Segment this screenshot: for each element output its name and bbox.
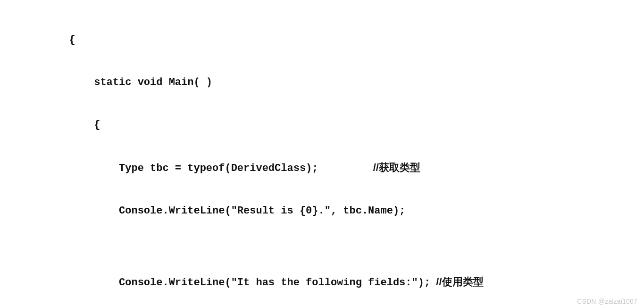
code-line-with-comment: Console.WriteLine("It has the following …	[57, 275, 644, 290]
code-block: { static void Main( ) { Type tbc = typeo…	[57, 5, 644, 307]
code-line: {	[57, 33, 644, 47]
code-line: static void Main( )	[57, 76, 644, 90]
code-text: Type tbc = typeof(DerivedClass);	[57, 162, 318, 174]
code-comment: //获取类型	[318, 161, 420, 175]
page: { static void Main( ) { Type tbc = typeo…	[0, 0, 644, 307]
watermark: CSDN @zaizai1007	[577, 298, 637, 305]
code-line: {	[57, 118, 644, 132]
code-line-with-comment: Type tbc = typeof(DerivedClass); //获取类型	[57, 161, 644, 176]
code-text: Console.WriteLine("It has the following …	[57, 277, 430, 289]
code-comment: //使用类型	[430, 275, 483, 289]
code-line: Console.WriteLine("Result is {0}.", tbc.…	[57, 204, 644, 218]
